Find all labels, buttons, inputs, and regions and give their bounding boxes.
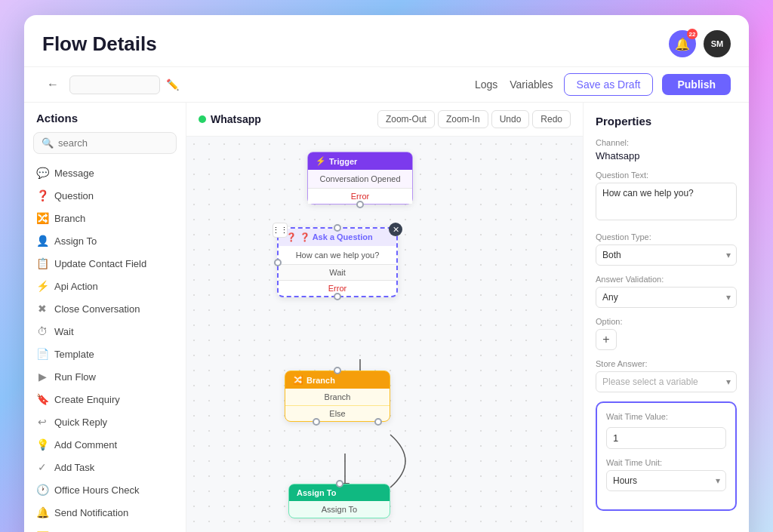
sidebar-item-assign-to[interactable]: 👤 Assign To	[24, 229, 186, 252]
logs-button[interactable]: Logs	[473, 75, 499, 94]
sidebar-item-template[interactable]: 📄 Template	[24, 343, 186, 365]
sidebar-item-add-task[interactable]: ✓ Add Task	[24, 456, 186, 478]
option-add-button[interactable]: +	[596, 329, 617, 350]
channel-status-dot	[199, 115, 206, 123]
branch-connector-bottom-right	[374, 418, 382, 426]
sidebar-item-icon: 🔖	[36, 393, 48, 405]
sidebar-item-message[interactable]: 💬 Message	[24, 161, 186, 184]
question-node[interactable]: ⋮⋮ ✕ ❓ ❓ Ask a Question How can we help …	[277, 227, 398, 297]
save-draft-button[interactable]: Save as Draft	[564, 73, 654, 96]
actions-title: Actions	[24, 112, 186, 132]
trigger-icon: ⚡	[316, 156, 326, 166]
body: Actions 🔍 💬 Message ❓ Question 🔀 Branch …	[24, 103, 749, 532]
sidebar-item-label: Question	[54, 190, 94, 201]
sidebar-item-add-comment[interactable]: 💡 Add Comment	[24, 433, 186, 456]
sidebar-item-run-flow[interactable]: ▶ Run Flow	[24, 365, 186, 388]
wait-time-value-input[interactable]	[606, 427, 726, 449]
sidebar-item-question[interactable]: ❓ Question	[24, 184, 186, 207]
branch-else: Else	[285, 405, 390, 421]
sidebar-item-icon: ❓	[36, 189, 48, 201]
sidebar-item-label: Wait	[54, 326, 74, 337]
sidebar-item-label: Add Comment	[54, 439, 117, 451]
sidebar-item-label: Create Enquiry	[54, 394, 120, 405]
edit-icon[interactable]: ✏️	[166, 78, 179, 91]
sidebar-item-label: Assign To	[54, 235, 97, 247]
sidebar-item-close-conversation[interactable]: ✖ Close Conversation	[24, 297, 186, 320]
back-button[interactable]: ←	[42, 76, 63, 93]
channel-label: Channel:	[596, 138, 737, 147]
store-answer-group: Store Answer: Please select a variable ▾	[596, 359, 737, 392]
sidebar-item-icon: 🕐	[36, 484, 48, 496]
properties-panel: Properties Channel: Whatsapp Question Te…	[583, 103, 749, 532]
sidebar-item-wait[interactable]: ⏱ Wait	[24, 320, 186, 343]
search-icon: 🔍	[42, 137, 54, 149]
sidebar-item-quick-reply[interactable]: ↩ Quick Reply	[24, 411, 186, 433]
search-box[interactable]: 🔍	[33, 132, 177, 154]
question-text-input[interactable]	[596, 183, 737, 220]
branch-node[interactable]: 🔀 Branch Branch Else	[285, 371, 390, 422]
sidebar-item-api-action[interactable]: ⚡ Api Action	[24, 275, 186, 297]
zoom-in-button[interactable]: Zoom-In	[438, 110, 488, 128]
redo-button[interactable]: Redo	[532, 110, 571, 128]
variables-button[interactable]: Variables	[508, 75, 554, 94]
sidebar-item-icon: 💳	[36, 529, 48, 532]
question-close-icon[interactable]: ✕	[389, 223, 402, 236]
notification-button[interactable]: 🔔 22	[669, 30, 696, 57]
sidebar-item-icon: ⏱	[36, 325, 48, 337]
publish-button[interactable]: Publish	[662, 74, 731, 95]
question-connector-bottom	[334, 293, 341, 300]
sidebar-item-icon: 💡	[36, 438, 48, 451]
flow-name-input[interactable]	[69, 75, 160, 94]
branch-body: Branch	[285, 389, 390, 405]
answer-validation-select[interactable]: Any	[596, 287, 737, 308]
sidebar-item-icon: 🔔	[36, 506, 48, 518]
canvas-area[interactable]: ⚡ Trigger Conversation Opened Error ⋮⋮ ✕…	[186, 137, 583, 532]
question-edit-icon[interactable]: ⋮⋮	[273, 223, 288, 238]
question-wait: Wait	[279, 264, 396, 280]
trigger-connector-bottom	[356, 201, 364, 208]
assign-node[interactable]: Assign To Assign To	[288, 484, 390, 518]
sidebar-item-icon: ↩	[36, 416, 48, 428]
question-connector-left	[274, 259, 282, 266]
trigger-node[interactable]: ⚡ Trigger Conversation Opened Error	[307, 152, 413, 204]
notification-badge: 22	[687, 29, 698, 39]
wait-section: Wait Time Value: Wait Time Unit: Hours ▾	[596, 401, 737, 511]
wait-time-value-label: Wait Time Value:	[606, 412, 726, 421]
question-type-value: Both	[602, 250, 621, 260]
sidebar-item-icon: 👤	[36, 235, 48, 247]
canvas: Whatsapp Zoom-Out Zoom-In Undo Redo	[186, 103, 583, 532]
canvas-controls: Zoom-Out Zoom-In Undo Redo	[377, 110, 571, 128]
sidebar-item-icon: 📋	[36, 257, 48, 269]
assign-label: Assign To	[297, 488, 336, 497]
sidebar-item-update-contact-field[interactable]: 📋 Update Contact Field	[24, 252, 186, 275]
sidebar-item-label: Add Task	[54, 462, 94, 473]
question-type-select[interactable]: Both	[596, 244, 737, 266]
question-type-select-wrapper: Both ▾	[596, 244, 737, 266]
avatar-button[interactable]: SM	[704, 30, 731, 57]
main-card: Flow Details 🔔 22 SM ← ✏️ Logs Variables…	[24, 15, 749, 532]
search-input[interactable]	[58, 137, 168, 149]
store-answer-label: Store Answer:	[596, 359, 737, 368]
sidebar-item-branch[interactable]: 🔀 Branch	[24, 207, 186, 229]
toolbar-right: Logs Variables Save as Draft Publish	[473, 73, 731, 96]
sidebar-item-label: Quick Reply	[54, 417, 107, 428]
sidebar-item-office-hours-check[interactable]: 🕐 Office Hours Check	[24, 478, 186, 501]
sidebar-item-create-enquiry[interactable]: 🔖 Create Enquiry	[24, 388, 186, 411]
channel-label: Whatsapp	[199, 113, 261, 125]
store-answer-select[interactable]: Please select a variable	[596, 371, 737, 392]
trigger-header: ⚡ Trigger	[308, 152, 412, 170]
assign-connector-top	[336, 480, 343, 487]
sidebar-item-label: Send Notification	[54, 507, 128, 518]
sidebar-item-icon: ▶	[36, 371, 48, 383]
question-type-group: Question Type: Both ▾	[596, 232, 737, 266]
toolbar: ← ✏️ Logs Variables Save as Draft Publis…	[24, 67, 749, 103]
answer-validation-value: Any	[602, 292, 618, 303]
question-label: ❓ Ask a Question	[300, 232, 373, 242]
zoom-out-button[interactable]: Zoom-Out	[377, 110, 435, 128]
answer-validation-label: Answer Validation:	[596, 275, 737, 284]
sidebar-item-payment-link[interactable]: 💳 Payment Link	[24, 524, 186, 532]
undo-button[interactable]: Undo	[491, 110, 530, 128]
sidebar-items-container: 💬 Message ❓ Question 🔀 Branch 👤 Assign T…	[24, 161, 186, 532]
wait-time-unit-select[interactable]: Hours	[606, 470, 726, 491]
sidebar-item-send-notification[interactable]: 🔔 Send Notification	[24, 501, 186, 524]
